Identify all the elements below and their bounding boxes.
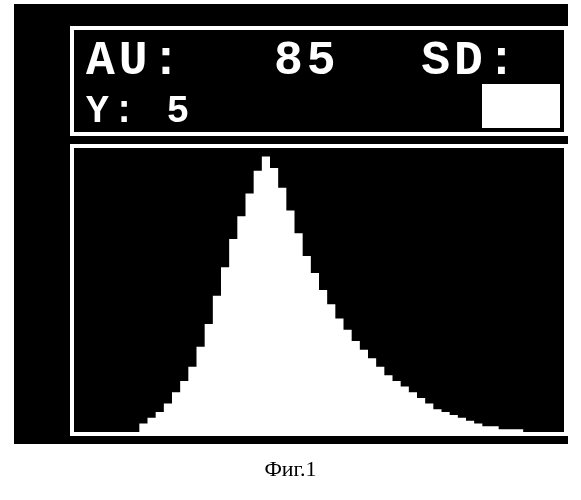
- histogram-panel: [70, 144, 568, 436]
- stats-line-1: AU: 85 SD: 19: [86, 34, 552, 88]
- y-value: 5: [166, 90, 193, 133]
- stats-header: AU: 85 SD: 19 Y: 5: [70, 26, 568, 136]
- left-sidebar: [14, 4, 62, 444]
- av-label: AU:: [86, 34, 184, 88]
- av-value: 85: [274, 34, 340, 88]
- indicator-block: [482, 84, 560, 128]
- svg-marker-0: [74, 157, 564, 432]
- figure-caption: Фиг.1: [0, 456, 581, 482]
- top-bar: [62, 4, 568, 26]
- sd-label: SD:: [421, 34, 519, 88]
- y-label: Y:: [86, 90, 140, 133]
- screen-frame: AU: 85 SD: 19 Y: 5: [14, 4, 568, 444]
- histogram-chart: [74, 148, 564, 432]
